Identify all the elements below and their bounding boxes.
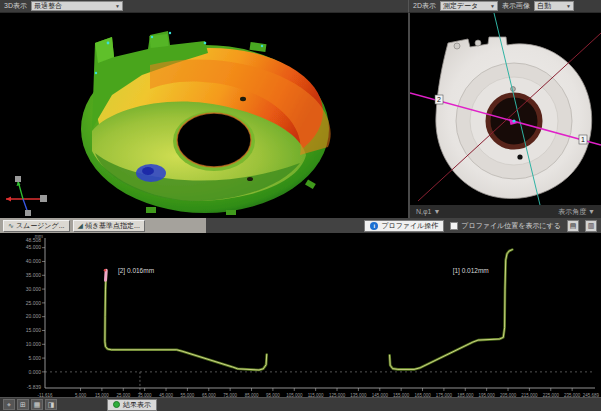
datum-point-button[interactable]: ◢ 傾き基準点指定... [73,220,145,232]
status-green-icon [113,401,120,408]
view2d-label: 2D表示 [413,1,436,11]
chevron-down-icon: ▼ [115,3,120,9]
result-display-button[interactable]: 結果表示 [107,399,157,411]
info-icon: i [370,222,378,230]
svg-text:-5.839: -5.839 [27,384,41,390]
svg-text:[1] 0.012mm: [1] 0.012mm [453,267,489,275]
view-orientation-button[interactable]: ⌖ [3,399,15,410]
checkbox-icon[interactable] [450,222,458,230]
svg-text:45.000: 45.000 [26,244,42,250]
pane-layout-button[interactable]: ◨ [45,399,57,410]
profile-operation-button[interactable]: i プロファイル操作 [364,220,444,232]
svg-text:30.000: 30.000 [26,286,42,292]
layout-option-button-2[interactable]: ▥ [585,220,597,232]
grid-toggle-button[interactable]: ▦ [31,399,43,410]
fit-view-button[interactable]: ⊞ [17,399,29,410]
svg-text:1: 1 [581,136,585,143]
svg-text:[2] 0.016mm: [2] 0.016mm [118,267,154,275]
chevron-down-icon: ▼ [490,3,495,9]
display-image-label: 表示画像 [502,1,530,11]
display-mode-dropdown[interactable]: 自動 ▼ [534,1,574,11]
toolbar-3d: 3D表示 最適整合 ▼ [0,0,408,13]
svg-text:10.000: 10.000 [26,341,42,347]
svg-text:5.000: 5.000 [28,355,41,361]
profile-toolbar: ∿ スムージング... ◢ 傾き基準点指定... i プロファイル操作 プロファ… [0,218,601,233]
smoothing-button[interactable]: ∿ スムージング... [3,220,70,232]
viewport-3d-heightmap[interactable] [0,13,408,218]
svg-text:0.000: 0.000 [28,369,41,375]
chevron-down-icon: ▼ [566,3,571,9]
section-select-dropdown[interactable]: N,φ1 ▼ [416,208,440,215]
layout-option-button-1[interactable]: ▤ [567,220,579,232]
svg-text:15.000: 15.000 [26,327,42,333]
svg-text:40.000: 40.000 [26,258,42,264]
profile-tools-group: ∿ スムージング... ◢ 傾き基準点指定... [0,218,206,233]
alignment-dropdown[interactable]: 最適整合 ▼ [31,1,123,11]
bottom-status-bar: ⌖ ⊞ ▦ ◨ 結果表示 [0,397,601,411]
smoothing-icon: ∿ [8,222,14,230]
toolbar-2d: 2D表示 測定データ ▼ 表示画像 自動 ▼ [408,0,601,13]
profile-endpoint-1[interactable]: 1 [579,135,587,144]
view2d-option-strip: N,φ1 ▼ 表示角度 ▼ [410,205,601,218]
viewport-2d-top-view[interactable]: 2 1 [410,13,601,205]
data-source-dropdown[interactable]: 測定データ ▼ [440,1,498,11]
display-angle-dropdown[interactable]: 表示角度 ▼ [558,207,595,217]
svg-text:2: 2 [437,96,441,103]
scan-2d-render: 2 1 [410,13,601,205]
svg-text:20.000: 20.000 [26,313,42,319]
profile-endpoint-2[interactable]: 2 [435,95,443,104]
view3d-label: 3D表示 [4,1,27,11]
svg-text:25.000: 25.000 [26,300,42,306]
scan-3d-render [0,13,408,218]
profile-chart-canvas: mm45.00040.00035.00030.00025.00020.00015… [0,233,601,397]
profile-chart[interactable]: mm45.00040.00035.00030.00025.00020.00015… [0,233,601,397]
profile-options-group: i プロファイル操作 プロファイル位置を表示にする ▤ ▥ [206,218,601,233]
measurement-app: 3D表示 最適整合 ▼ 2D表示 測定データ ▼ 表示画像 自動 ▼ [0,0,601,411]
show-profile-position-checkbox[interactable]: プロファイル位置を表示にする [450,221,561,231]
datum-icon: ◢ [78,222,83,230]
svg-text:35.000: 35.000 [26,272,42,278]
svg-text:48.508: 48.508 [26,237,42,243]
axis-triad-icon [6,176,47,216]
